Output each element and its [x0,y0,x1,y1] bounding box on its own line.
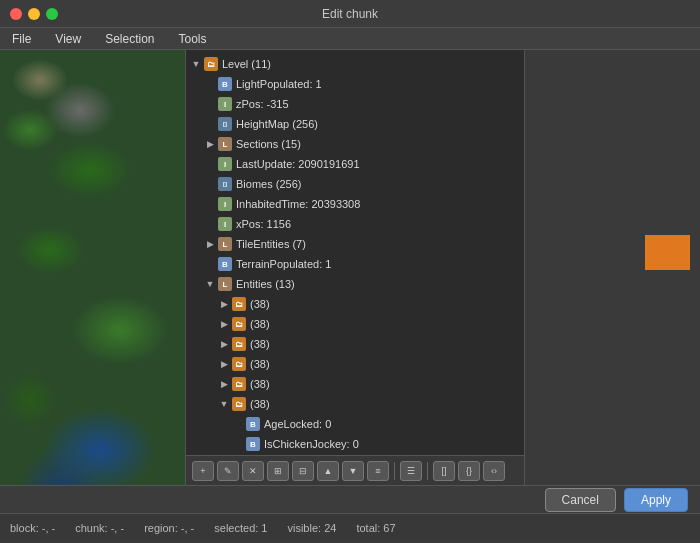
map-left-canvas [0,50,185,485]
tree-item[interactable]: []HeightMap (256) [186,114,524,134]
menu-file[interactable]: File [8,32,35,46]
window-title: Edit chunk [322,7,378,21]
list-icon: L [218,237,232,251]
tree-item-label: TerrainPopulated: 1 [236,258,331,270]
tree-item-label: AgeLocked: 0 [264,418,331,430]
tree-view[interactable]: 🗂Level (11)BLightPopulated: 1IzPos: -315… [186,50,524,455]
toolbar-btn-1[interactable]: + [192,461,214,481]
toolbar-btn-7[interactable]: ▼ [342,461,364,481]
toolbar-btn-8[interactable]: ≡ [367,461,389,481]
menu-view[interactable]: View [51,32,85,46]
tree-arrow-icon [204,238,216,250]
tree-item-label: IsChickenJockey: 0 [264,438,359,450]
tree-item[interactable]: []Biomes (256) [186,174,524,194]
orange-highlight [645,235,690,270]
toolbar-btn-2[interactable]: ✎ [217,461,239,481]
tree-item[interactable]: 🗂(38) [186,394,524,414]
toolbar-sep-1 [394,462,395,480]
tree-item-label: Biomes (256) [236,178,301,190]
byte-icon: B [218,257,232,271]
tree-item-label: (38) [250,318,270,330]
tree-item-label: TileEntities (7) [236,238,306,250]
tree-item[interactable]: 🗂(38) [186,374,524,394]
tree-item-label: zPos: -315 [236,98,289,110]
int-icon: I [218,217,232,231]
tree-arrow-icon [218,378,230,390]
status-total: total: 67 [356,522,407,534]
title-bar: Edit chunk [0,0,700,28]
list-icon: L [218,137,232,151]
status-visible: visible: 24 [287,522,348,534]
menu-selection[interactable]: Selection [101,32,158,46]
toolbar-btn-4[interactable]: ⊞ [267,461,289,481]
main-layout: 🗂Level (11)BLightPopulated: 1IzPos: -315… [0,50,700,485]
toolbar-sep-2 [427,462,428,480]
map-left-panel[interactable] [0,50,185,485]
tree-item[interactable]: IInhabitedTime: 20393308 [186,194,524,214]
status-bar: block: -, - chunk: -, - region: -, - sel… [0,513,700,541]
tree-item[interactable]: 🗂(38) [186,334,524,354]
tree-item-label: Sections (15) [236,138,301,150]
folder-icon: 🗂 [232,337,246,351]
status-region: region: -, - [144,522,206,534]
apply-button[interactable]: Apply [624,488,688,512]
tree-item[interactable]: 🗂Level (11) [186,54,524,74]
tree-arrow-icon [218,318,230,330]
tree-item-label: (38) [250,398,270,410]
folder-icon: 🗂 [232,397,246,411]
tree-arrow-icon [204,138,216,150]
tree-item-label: (38) [250,338,270,350]
map-right-canvas [525,50,700,485]
tree-item[interactable]: LSections (15) [186,134,524,154]
maximize-button[interactable] [46,8,58,20]
tree-item[interactable]: IxPos: 1156 [186,214,524,234]
tree-item-label: xPos: 1156 [236,218,291,230]
tree-item-label: InhabitedTime: 20393308 [236,198,360,210]
toolbar-btn-5[interactable]: ⊟ [292,461,314,481]
tree-item[interactable]: BLightPopulated: 1 [186,74,524,94]
tree-item[interactable]: BTerrainPopulated: 1 [186,254,524,274]
list-icon: L [218,277,232,291]
menu-bar: File View Selection Tools [0,28,700,50]
toolbar-btn-list[interactable]: ☰ [400,461,422,481]
tree-item[interactable]: LTileEntities (7) [186,234,524,254]
tree-item-label: HeightMap (256) [236,118,318,130]
tree-item[interactable]: 🗂(38) [186,354,524,374]
tree-arrow-icon [218,358,230,370]
minimize-button[interactable] [28,8,40,20]
tree-item[interactable]: 🗂(38) [186,294,524,314]
tree-item[interactable]: LEntities (13) [186,274,524,294]
byte-icon: B [246,417,260,431]
status-block: block: -, - [10,522,67,534]
toolbar-btn-3[interactable]: ✕ [242,461,264,481]
close-button[interactable] [10,8,22,20]
tree-item[interactable]: IzPos: -315 [186,94,524,114]
tree-item[interactable]: 🗂(38) [186,314,524,334]
int-icon: I [218,157,232,171]
menu-tools[interactable]: Tools [175,32,211,46]
toolbar-btn-arr3[interactable]: ‹› [483,461,505,481]
map-right-panel[interactable] [525,50,700,485]
traffic-lights [10,8,58,20]
byte-icon: B [218,77,232,91]
folder-icon: 🗂 [232,377,246,391]
status-chunk: chunk: -, - [75,522,136,534]
int-icon: I [218,197,232,211]
tree-arrow-icon [218,298,230,310]
toolbar-btn-arr1[interactable]: [] [433,461,455,481]
int-icon: I [218,97,232,111]
folder-icon: 🗂 [232,357,246,371]
tree-item[interactable]: BAgeLocked: 0 [186,414,524,434]
tree-item-label: Entities (13) [236,278,295,290]
folder-icon: 🗂 [204,57,218,71]
tree-arrow-icon [190,58,202,70]
tree-item[interactable]: ILastUpdate: 2090191691 [186,154,524,174]
cancel-button[interactable]: Cancel [545,488,616,512]
toolbar-btn-arr2[interactable]: {} [458,461,480,481]
bottom-toolbar: + ✎ ✕ ⊞ ⊟ ▲ ▼ ≡ ☰ [] {} ‹› [186,455,524,485]
tree-arrow-icon [218,398,230,410]
toolbar-btn-6[interactable]: ▲ [317,461,339,481]
bytearray-icon: [] [218,117,232,131]
tree-item[interactable]: BIsChickenJockey: 0 [186,434,524,454]
bytearray-icon: [] [218,177,232,191]
